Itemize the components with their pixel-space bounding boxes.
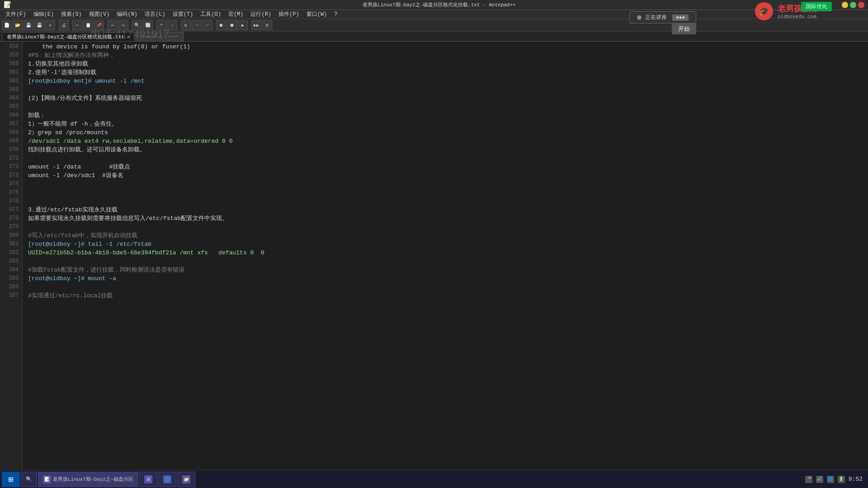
- tray-network[interactable]: 🌐: [827, 476, 834, 483]
- code-content[interactable]: the device is found by lsof(8) or fuser(…: [23, 42, 868, 478]
- code-line-372: umount -l /data #挂载点: [28, 163, 863, 171]
- line-number-384: 384: [0, 266, 22, 274]
- menu-view[interactable]: 视图(V): [85, 10, 113, 18]
- code-line-385: [root@oldboy ~]# mount -a: [28, 274, 863, 283]
- toolbar-indent[interactable]: →: [192, 20, 202, 30]
- line-number-378: 378: [0, 214, 22, 223]
- line-number-367: 367: [0, 120, 22, 128]
- files-icon: 📁: [182, 475, 190, 483]
- line-number-383: 383: [0, 257, 22, 266]
- code-line-370: 找到挂载点进行卸载。还可以用设备名卸载。: [28, 145, 863, 154]
- editor: 3583593603613623633643653663673683693703…: [0, 42, 868, 478]
- tray-mic[interactable]: 🎤: [805, 476, 812, 483]
- line-number-387: 387: [0, 291, 22, 300]
- window-title: 老男孩Linux7期-Day2之-磁盘分区格式化挂载.txt - Notepad…: [14, 1, 864, 8]
- line-number-364: 364: [0, 94, 22, 103]
- line-number-372: 372: [0, 163, 22, 171]
- open-button[interactable]: 开始: [672, 23, 696, 34]
- menubar: 文件(F) 编辑(E) 搜索(S) 视图(V) 编码(N) 语言(L) 设置(T…: [0, 10, 868, 19]
- line-number-380: 380: [0, 231, 22, 240]
- titlebar: 📝 老男孩Linux7期-Day2之-磁盘分区格式化挂载.txt - Notep…: [0, 0, 868, 10]
- menu-macro[interactable]: 宏(M): [225, 10, 247, 18]
- menu-settings[interactable]: 设置(T): [169, 10, 197, 18]
- code-line-387: #实现通过/etc/rc.local挂载: [28, 291, 863, 300]
- code-line-363: [28, 85, 863, 94]
- code-line-374: [28, 180, 863, 188]
- menu-window[interactable]: 窗口(W): [303, 10, 331, 18]
- toolbar-close[interactable]: ✕: [45, 20, 55, 30]
- code-line-379: [28, 223, 863, 231]
- line-number-370: 370: [0, 145, 22, 154]
- code-line-378: 如果需要实现永久挂载则需要将挂载信息写入/etc/fstab配置文件中实现。: [28, 214, 863, 223]
- browser-icon: 🌐: [163, 475, 171, 483]
- line-number-373: 373: [0, 171, 22, 180]
- menu-file[interactable]: 文件(F): [2, 10, 30, 18]
- code-line-376: [28, 197, 863, 206]
- toolbar-macro-record[interactable]: ⏺: [216, 20, 226, 30]
- code-line-382: UUID=e271b5b2-b1ba-4b18-bde5-66e394fbdf2…: [28, 249, 863, 257]
- menu-run[interactable]: 运行(R): [247, 10, 275, 18]
- toolbar-open[interactable]: 📂: [13, 20, 23, 30]
- code-line-366: 卸载：: [28, 111, 863, 120]
- line-number-379: 379: [0, 223, 22, 231]
- taskbar-browser[interactable]: 🌐: [158, 472, 176, 487]
- menu-search[interactable]: 搜索(S): [57, 10, 85, 18]
- tray-volume[interactable]: 🔊: [816, 476, 823, 483]
- overlay-status-label: 正在讲座: [645, 14, 667, 21]
- tray-battery[interactable]: 🔋: [838, 476, 845, 483]
- search-icon: 🔍: [26, 476, 32, 482]
- line-number-360: 360: [0, 60, 22, 68]
- code-line-386: [28, 283, 863, 291]
- start-button[interactable]: ⊞: [2, 472, 20, 487]
- code-line-377: 3.通过/etc/fstab实现永久挂载: [28, 206, 863, 214]
- taskbar-notepad-label: 老男孩Linux7期-Day2之-磁盘分区: [53, 476, 133, 483]
- toolbar-new[interactable]: 📄: [2, 20, 12, 30]
- maximize-button[interactable]: [850, 2, 856, 8]
- menu-help[interactable]: ?: [330, 11, 341, 18]
- code-line-375: [28, 188, 863, 197]
- taskbar-time: 9:52: [849, 476, 863, 483]
- line-number-359: 359: [0, 51, 22, 60]
- taskbar-files[interactable]: 📁: [177, 472, 195, 487]
- line-number-368: 368: [0, 128, 22, 137]
- toolbar-cut[interactable]: ✂: [72, 20, 82, 30]
- code-line-368: 2）grep sd /proc/mounts: [28, 128, 863, 137]
- toolbar-save[interactable]: 💾: [24, 20, 33, 30]
- menu-tools[interactable]: 工具(O): [197, 10, 225, 18]
- line-number-361: 361: [0, 68, 22, 77]
- line-number-358: 358: [0, 42, 22, 51]
- menu-edit[interactable]: 编辑(E): [30, 10, 58, 18]
- overlay-action-btn[interactable]: ●●●: [672, 14, 689, 21]
- taskbar-right: 🎤 🔊 🌐 🔋 9:52: [805, 476, 866, 483]
- taskbar-notepad[interactable]: 📝 老男孩Linux7期-Day2之-磁盘分区: [38, 472, 138, 487]
- taskbar-search[interactable]: 🔍: [21, 472, 37, 487]
- terminal-icon: 🖥: [144, 475, 152, 483]
- tab-3-label: ────: [168, 34, 179, 39]
- menu-language[interactable]: 语言(L): [141, 10, 169, 18]
- toolbar-config[interactable]: ⚙: [262, 20, 272, 30]
- line-number-376: 376: [0, 197, 22, 206]
- toolbar-run[interactable]: ▶▶: [251, 20, 261, 30]
- toolbar-sync[interactable]: ⇅: [181, 20, 191, 30]
- toolbar-print[interactable]: 🖨: [59, 20, 69, 30]
- line-number-381: 381: [0, 240, 22, 249]
- minimize-button[interactable]: [842, 2, 848, 8]
- line-number-371: 371: [0, 154, 22, 163]
- toolbar-macro-play[interactable]: ▶: [238, 20, 248, 30]
- app-icon: 📝: [4, 1, 11, 9]
- code-line-358: the device is found by lsof(8) or fuser(…: [28, 42, 863, 51]
- overlay-badge[interactable]: 国际优化: [801, 2, 832, 11]
- window-controls: [842, 2, 864, 8]
- logo-sub: oldboyedu.com: [778, 14, 818, 19]
- toolbar-macro-stop[interactable]: ⏹: [227, 20, 237, 30]
- code-line-367: 1）一般不能用 df -h，会夯住。: [28, 120, 863, 128]
- taskbar-terminal[interactable]: 🖥: [139, 472, 157, 487]
- close-button[interactable]: [858, 2, 864, 8]
- toolbar-unindent[interactable]: ←: [203, 20, 212, 30]
- code-line-380: #写入/etc/fstab中，实现开机自动挂载: [28, 231, 863, 240]
- line-number-377: 377: [0, 206, 22, 214]
- menu-plugins[interactable]: 插件(P): [275, 10, 303, 18]
- taskbar: ⊞ 🔍 📝 老男孩Linux7期-Day2之-磁盘分区 🖥 🌐 📁 🎤 🔊 🌐 …: [0, 470, 868, 488]
- menu-encoding[interactable]: 编码(N): [113, 10, 141, 18]
- toolbar-save-all[interactable]: 💾: [34, 20, 44, 30]
